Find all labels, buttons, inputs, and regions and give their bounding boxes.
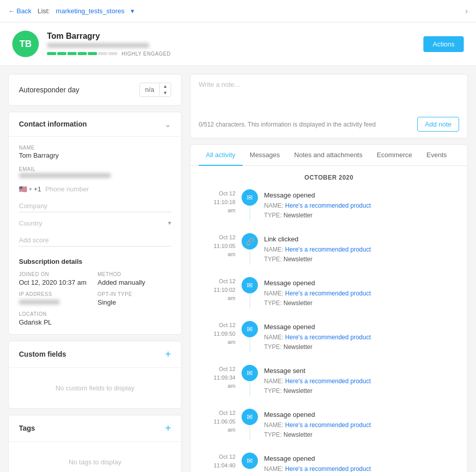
custom-fields-add[interactable]: + (165, 349, 171, 360)
flag-emoji: 🇺🇸 (19, 185, 27, 193)
flag-code: 🇺🇸 ▾ +1 (19, 185, 41, 193)
activity-details: Link clicked NAME: Here's a recommended … (264, 233, 459, 264)
activity-type-value: Newsletter (283, 212, 313, 219)
activity-meta: NAME: Here's a recommended product TYPE:… (264, 289, 459, 308)
tab-events[interactable]: Events (419, 145, 454, 166)
country-dropdown-icon[interactable]: ▾ (168, 219, 171, 227)
activity-card: All activity Messages Notes and attachme… (190, 144, 468, 472)
activity-name-link[interactable]: Here's a recommended product (285, 290, 371, 297)
ip-value (19, 299, 92, 306)
ip-address-item: IP ADDRESS (19, 291, 92, 306)
activity-event-name: Message opened (264, 279, 459, 287)
activity-month: OCTOBER 2020 (199, 174, 459, 181)
opt-in-value: Single (98, 299, 171, 306)
activity-icon-envelope: ✉ (242, 189, 258, 206)
subscription-title: Subscription details (19, 258, 171, 265)
tab-messages[interactable]: Messages (243, 145, 287, 166)
activity-meta: NAME: Here's a recommended product TYPE:… (264, 377, 459, 396)
autoresponder-arrows: ▲ ▼ (160, 83, 171, 96)
activity-connector (249, 206, 250, 221)
opt-in-label: OPT-IN TYPE (98, 291, 171, 297)
activity-item: Oct 1211:09:50am ✉ Message opened NAME: … (199, 321, 459, 353)
activity-details: Message opened NAME: Here's a recommende… (264, 321, 459, 352)
autoresponder-down[interactable]: ▼ (160, 90, 171, 96)
activity-name-link[interactable]: Here's a recommended product (285, 378, 371, 385)
tags-header: Tags + (9, 415, 181, 442)
autoresponder-label: Autoresponder day (19, 86, 79, 94)
activity-details: Message sent NAME: Here's a recommended … (264, 365, 459, 396)
activity-details: Message opened NAME: Here's a recommende… (264, 277, 459, 308)
back-link[interactable]: ← Back (8, 7, 32, 15)
phone-dropdown-icon[interactable]: ▾ (29, 186, 32, 192)
tags-card: Tags + No tags to display (8, 415, 182, 472)
activity-name-link[interactable]: Here's a recommended product (285, 246, 371, 253)
tab-ecommerce[interactable]: Ecommerce (370, 145, 419, 166)
activity-line: ✉ (242, 277, 258, 309)
activity-name-link[interactable]: Here's a recommended product (285, 334, 371, 341)
activity-event-name: Link clicked (264, 235, 459, 243)
engagement-bar: HIGHLY ENGAGED (47, 51, 171, 57)
autoresponder-control[interactable]: n/a ▲ ▼ (139, 83, 171, 97)
profile-email-blur (47, 43, 149, 48)
activity-name-link[interactable]: Here's a recommended product (285, 465, 371, 472)
activity-connector (249, 337, 250, 353)
activity-meta: NAME: Here's a recommended product TYPE:… (264, 333, 459, 352)
actions-button[interactable]: Actions (423, 36, 464, 52)
activity-line: ✉ (242, 365, 258, 396)
score-input[interactable] (19, 234, 171, 246)
tags-add[interactable]: + (165, 423, 171, 434)
right-panel: 0/512 characters. This information is di… (190, 74, 468, 472)
method-label: METHOD (98, 271, 171, 277)
activity-event-name: Message opened (264, 323, 459, 331)
subscription-section: Subscription details JOINED ON Oct 12, 2… (19, 258, 171, 326)
activity-name-label: NAME: (264, 246, 285, 253)
activity-line: ✉ (242, 321, 258, 353)
profile-left: TB Tom Barragry HIGHLY ENGAGED (12, 31, 171, 57)
activity-item: Oct 1211:06:05am ✉ Message opened NAME: … (199, 409, 459, 440)
profile-header: TB Tom Barragry HIGHLY ENGAGED Actions (0, 22, 476, 66)
activity-connector (249, 425, 250, 440)
engagement-seg-4 (78, 52, 87, 55)
activity-icon-envelope: ✉ (242, 365, 258, 381)
name-value: Tom Barragry (19, 152, 171, 159)
list-name[interactable]: marketing_tests_stores (56, 7, 124, 15)
email-label: EMAIL (19, 166, 171, 172)
activity-name-link[interactable]: Here's a recommended product (285, 202, 371, 209)
activity-event-name: Message opened (264, 411, 459, 418)
activity-connector (249, 250, 250, 265)
country-placeholder[interactable]: Country (19, 219, 42, 227)
tab-all-activity[interactable]: All activity (199, 145, 243, 166)
engagement-label: HIGHLY ENGAGED (122, 51, 171, 57)
contact-info-toggle[interactable]: ⌄ (164, 119, 171, 129)
phone-placeholder[interactable]: Phone number (45, 185, 89, 193)
ip-label: IP ADDRESS (19, 291, 92, 297)
activity-type-value: Newsletter (283, 256, 313, 263)
activity-item: Oct 1211:10:02am ✉ Message opened NAME: … (199, 277, 459, 309)
autoresponder-value: n/a (140, 84, 160, 95)
autoresponder-up[interactable]: ▲ (160, 83, 171, 90)
list-dropdown-icon[interactable]: ▾ (131, 7, 134, 15)
activity-name-link[interactable]: Here's a recommended product (285, 421, 371, 429)
activity-tabs: All activity Messages Notes and attachme… (191, 145, 467, 166)
activity-item: Oct 1211:10:18am ✉ Message opened NAME: … (199, 189, 459, 221)
note-textarea[interactable] (199, 81, 459, 111)
activity-name-label: NAME: (264, 465, 285, 472)
method-value: Added manually (98, 279, 171, 286)
phone-row: 🇺🇸 ▾ +1 Phone number (19, 185, 171, 193)
add-note-button[interactable]: Add note (417, 117, 459, 132)
phone-code: +1 (34, 185, 41, 193)
company-input[interactable] (19, 200, 171, 212)
activity-time: Oct 1211:09:50am (199, 321, 235, 346)
profile-name: Tom Barragry (47, 32, 171, 41)
next-arrow[interactable]: › (465, 7, 468, 16)
tab-notes-attachments[interactable]: Notes and attachments (287, 145, 370, 166)
activity-event-name: Message sent (264, 367, 459, 375)
activity-type-label: TYPE: (264, 343, 283, 351)
activity-name-label: NAME: (264, 202, 285, 209)
location-label: LOCATION (19, 311, 92, 317)
activity-connector (249, 293, 250, 309)
contact-info-body: NAME Tom Barragry EMAIL 🇺🇸 ▾ +1 Phone nu… (9, 137, 181, 334)
activity-meta: NAME: Here's a recommended product TYPE:… (264, 245, 459, 264)
activity-connector (249, 381, 250, 396)
top-navigation: ← Back List: marketing_tests_stores ▾ › (0, 0, 476, 22)
